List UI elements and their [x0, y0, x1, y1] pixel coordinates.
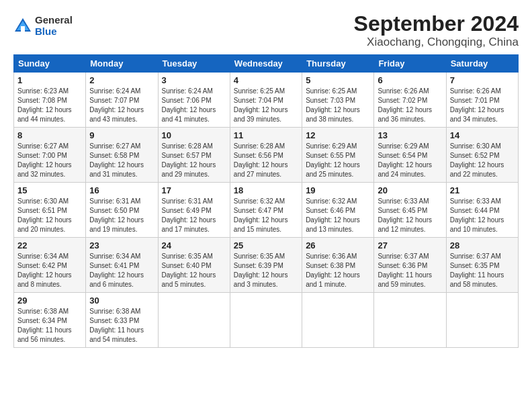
day-info: Sunrise: 6:28 AMSunset: 6:57 PMDaylight:…: [162, 142, 226, 179]
day-number: 23: [89, 240, 154, 250]
day-info: Sunrise: 6:27 AMSunset: 6:58 PMDaylight:…: [89, 142, 154, 179]
calendar-cell: 5Sunrise: 6:25 AMSunset: 7:03 PMDaylight…: [302, 73, 374, 128]
day-number: 6: [378, 75, 442, 85]
day-info: Sunrise: 6:31 AMSunset: 6:49 PMDaylight:…: [162, 197, 226, 234]
page-subtitle: Xiaochang, Chongqing, China: [354, 36, 519, 49]
day-number: 14: [450, 130, 515, 140]
day-info: Sunrise: 6:33 AMSunset: 6:45 PMDaylight:…: [378, 197, 442, 234]
day-number: 19: [306, 185, 370, 195]
day-info: Sunrise: 6:32 AMSunset: 6:47 PMDaylight:…: [234, 197, 298, 234]
day-number: 17: [162, 185, 226, 195]
logo-text: General Blue: [35, 15, 73, 37]
calendar-week-4: 22Sunrise: 6:34 AMSunset: 6:42 PMDayligh…: [14, 238, 519, 293]
calendar-cell: 7Sunrise: 6:26 AMSunset: 7:01 PMDaylight…: [446, 73, 518, 128]
day-number: 9: [89, 130, 154, 140]
day-number: 27: [378, 240, 442, 250]
day-number: 2: [89, 75, 154, 85]
title-block: September 2024 Xiaochang, Chongqing, Chi…: [354, 12, 519, 49]
calendar-cell: 30Sunrise: 6:38 AMSunset: 6:33 PMDayligh…: [86, 293, 158, 348]
calendar-cell: 24Sunrise: 6:35 AMSunset: 6:40 PMDayligh…: [158, 238, 230, 293]
day-number: 24: [162, 240, 226, 250]
calendar-header-row: Sunday Monday Tuesday Wednesday Thursday…: [14, 55, 519, 73]
calendar-cell: 13Sunrise: 6:29 AMSunset: 6:54 PMDayligh…: [374, 128, 446, 183]
day-number: 18: [234, 185, 298, 195]
calendar-cell: 28Sunrise: 6:37 AMSunset: 6:35 PMDayligh…: [446, 238, 518, 293]
day-number: 30: [89, 295, 154, 306]
day-info: Sunrise: 6:29 AMSunset: 6:55 PMDaylight:…: [306, 142, 370, 179]
calendar-table: Sunday Monday Tuesday Wednesday Thursday…: [13, 54, 519, 348]
calendar-week-1: 1Sunrise: 6:23 AMSunset: 7:08 PMDaylight…: [14, 73, 519, 128]
day-info: Sunrise: 6:24 AMSunset: 7:07 PMDaylight:…: [89, 87, 154, 124]
day-number: 13: [378, 130, 442, 140]
day-info: Sunrise: 6:31 AMSunset: 6:50 PMDaylight:…: [89, 197, 154, 234]
col-monday: Monday: [86, 55, 158, 73]
calendar-cell: 16Sunrise: 6:31 AMSunset: 6:50 PMDayligh…: [86, 183, 158, 238]
calendar-cell: 20Sunrise: 6:33 AMSunset: 6:45 PMDayligh…: [374, 183, 446, 238]
day-info: Sunrise: 6:24 AMSunset: 7:06 PMDaylight:…: [162, 87, 226, 124]
day-number: 12: [306, 130, 370, 140]
logo-blue: Blue: [35, 26, 73, 38]
day-number: 26: [306, 240, 370, 250]
calendar-cell: 12Sunrise: 6:29 AMSunset: 6:55 PMDayligh…: [302, 128, 374, 183]
col-thursday: Thursday: [302, 55, 374, 73]
calendar-cell: 27Sunrise: 6:37 AMSunset: 6:36 PMDayligh…: [374, 238, 446, 293]
calendar-cell: 21Sunrise: 6:33 AMSunset: 6:44 PMDayligh…: [446, 183, 518, 238]
calendar-week-5: 29Sunrise: 6:38 AMSunset: 6:34 PMDayligh…: [14, 293, 519, 348]
day-number: 5: [306, 75, 370, 85]
calendar-cell: 4Sunrise: 6:25 AMSunset: 7:04 PMDaylight…: [230, 73, 302, 128]
page: General Blue September 2024 Xiaochang, C…: [0, 0, 532, 355]
logo-general: General: [35, 15, 73, 26]
calendar-cell: 17Sunrise: 6:31 AMSunset: 6:49 PMDayligh…: [158, 183, 230, 238]
calendar-cell: 1Sunrise: 6:23 AMSunset: 7:08 PMDaylight…: [14, 73, 86, 128]
day-number: 22: [17, 240, 82, 250]
day-info: Sunrise: 6:35 AMSunset: 6:40 PMDaylight:…: [162, 252, 226, 289]
day-number: 25: [234, 240, 298, 250]
calendar-cell: 6Sunrise: 6:26 AMSunset: 7:02 PMDaylight…: [374, 73, 446, 128]
logo-icon: [13, 17, 32, 36]
calendar-cell: 14Sunrise: 6:30 AMSunset: 6:52 PMDayligh…: [446, 128, 518, 183]
col-friday: Friday: [374, 55, 446, 73]
calendar-cell: 11Sunrise: 6:28 AMSunset: 6:56 PMDayligh…: [230, 128, 302, 183]
logo: General Blue: [13, 15, 73, 37]
col-tuesday: Tuesday: [158, 55, 230, 73]
calendar-cell: [158, 293, 230, 348]
calendar-cell: [374, 293, 446, 348]
calendar-cell: 8Sunrise: 6:27 AMSunset: 7:00 PMDaylight…: [14, 128, 86, 183]
day-info: Sunrise: 6:36 AMSunset: 6:38 PMDaylight:…: [306, 252, 370, 289]
day-info: Sunrise: 6:30 AMSunset: 6:51 PMDaylight:…: [17, 197, 82, 234]
day-info: Sunrise: 6:37 AMSunset: 6:35 PMDaylight:…: [450, 252, 515, 289]
day-info: Sunrise: 6:25 AMSunset: 7:03 PMDaylight:…: [306, 87, 370, 124]
calendar-cell: 15Sunrise: 6:30 AMSunset: 6:51 PMDayligh…: [14, 183, 86, 238]
day-info: Sunrise: 6:32 AMSunset: 6:46 PMDaylight:…: [306, 197, 370, 234]
day-info: Sunrise: 6:29 AMSunset: 6:54 PMDaylight:…: [378, 142, 442, 179]
calendar-cell: 3Sunrise: 6:24 AMSunset: 7:06 PMDaylight…: [158, 73, 230, 128]
day-number: 28: [450, 240, 515, 250]
day-number: 4: [234, 75, 298, 85]
day-info: Sunrise: 6:27 AMSunset: 7:00 PMDaylight:…: [17, 142, 82, 179]
header: General Blue September 2024 Xiaochang, C…: [13, 12, 519, 49]
day-info: Sunrise: 6:23 AMSunset: 7:08 PMDaylight:…: [17, 87, 82, 124]
calendar-cell: 19Sunrise: 6:32 AMSunset: 6:46 PMDayligh…: [302, 183, 374, 238]
page-title: September 2024: [354, 12, 519, 36]
day-info: Sunrise: 6:25 AMSunset: 7:04 PMDaylight:…: [234, 87, 298, 124]
calendar-cell: 22Sunrise: 6:34 AMSunset: 6:42 PMDayligh…: [14, 238, 86, 293]
day-number: 7: [450, 75, 515, 85]
calendar-cell: 2Sunrise: 6:24 AMSunset: 7:07 PMDaylight…: [86, 73, 158, 128]
calendar-cell: 9Sunrise: 6:27 AMSunset: 6:58 PMDaylight…: [86, 128, 158, 183]
day-info: Sunrise: 6:30 AMSunset: 6:52 PMDaylight:…: [450, 142, 515, 179]
day-info: Sunrise: 6:28 AMSunset: 6:56 PMDaylight:…: [234, 142, 298, 179]
calendar-cell: [446, 293, 518, 348]
day-info: Sunrise: 6:26 AMSunset: 7:01 PMDaylight:…: [450, 87, 515, 124]
calendar-cell: [302, 293, 374, 348]
calendar-week-3: 15Sunrise: 6:30 AMSunset: 6:51 PMDayligh…: [14, 183, 519, 238]
day-info: Sunrise: 6:35 AMSunset: 6:39 PMDaylight:…: [234, 252, 298, 289]
day-number: 21: [450, 185, 515, 195]
calendar-cell: 23Sunrise: 6:34 AMSunset: 6:41 PMDayligh…: [86, 238, 158, 293]
day-number: 29: [17, 295, 82, 306]
calendar-week-2: 8Sunrise: 6:27 AMSunset: 7:00 PMDaylight…: [14, 128, 519, 183]
day-info: Sunrise: 6:38 AMSunset: 6:34 PMDaylight:…: [17, 307, 82, 345]
day-info: Sunrise: 6:33 AMSunset: 6:44 PMDaylight:…: [450, 197, 515, 234]
calendar-cell: 18Sunrise: 6:32 AMSunset: 6:47 PMDayligh…: [230, 183, 302, 238]
day-number: 1: [17, 75, 82, 85]
day-info: Sunrise: 6:26 AMSunset: 7:02 PMDaylight:…: [378, 87, 442, 124]
